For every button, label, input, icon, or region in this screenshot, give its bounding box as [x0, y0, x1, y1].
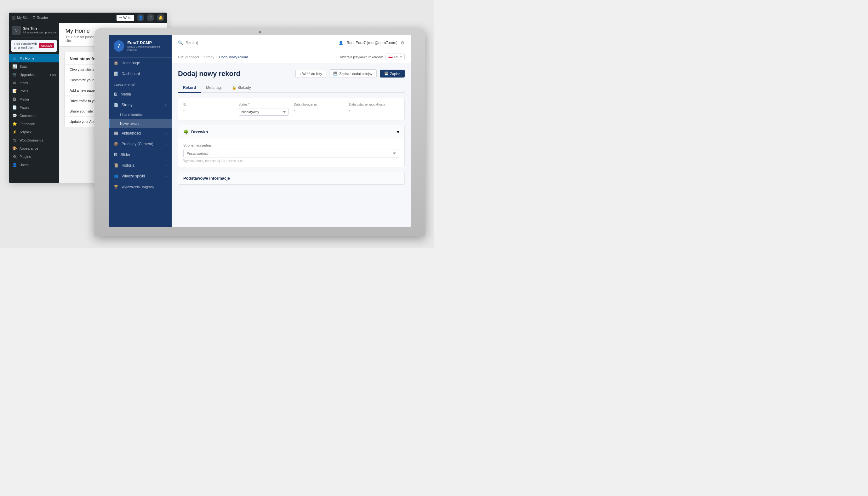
cms-nav-aktualnosci[interactable]: 📰 Aktualności ›: [109, 128, 172, 139]
wp-nav-appearance-label: Appearance: [19, 146, 38, 150]
cms-parent-select[interactable]: Pusta wartość: [183, 149, 399, 158]
laptop-camera: [259, 31, 261, 33]
wp-logo-icon: ⬛: [11, 16, 16, 20]
cms-nav-dashboard[interactable]: 📊 Dashboard: [109, 68, 172, 79]
cms-flag-icon: 🇵🇱: [388, 55, 393, 59]
cms-nav-homepage[interactable]: 🏠 Homepage: [109, 58, 172, 68]
cms-breadcrumb-current: Dodaj nowy rekord: [219, 55, 248, 59]
cms-save-button[interactable]: 💾 Zapisz: [380, 69, 405, 78]
wp-site-url: lukaszwolek.wordpress.com: [23, 31, 58, 34]
wp-nav-pages[interactable]: 📄 Pages: [9, 103, 59, 111]
laptop-wrapper: 7 Eura7 DCMP Data & Content Management P…: [95, 0, 425, 248]
wp-site-avatar: S: [12, 26, 21, 35]
cms-tab-blokady[interactable]: 🔒 Blokady: [227, 83, 256, 93]
cms-basic-header[interactable]: Podstawowe informacje: [178, 172, 404, 185]
wp-nav-my-home-label: My Home: [19, 57, 34, 60]
cms-id-field: ID -: [183, 103, 234, 115]
cms-historia-icon: 📜: [114, 163, 118, 168]
laptop-screen: 7 Eura7 DCMP Data & Content Management P…: [109, 35, 411, 227]
cms-tab-rekord[interactable]: Rekord: [178, 83, 201, 93]
cms-back-button[interactable]: ‹ Wróć do listy: [295, 69, 326, 78]
cms-nav-media[interactable]: 🖼 Media: [109, 89, 172, 99]
wp-nav-comments-label: Comments: [19, 114, 36, 118]
wp-nav-feedback-label: Feedback: [19, 122, 35, 126]
cms-logo-subtitle: Data & Content Management Platform: [127, 45, 166, 52]
cms-breadcrumb-bar: CMSmanager › Strony › Dodaj nowy rekord …: [172, 51, 411, 63]
cms-tree-header[interactable]: 🌳 Drzewko ▾: [178, 125, 404, 139]
cms-media-label: Media: [120, 92, 131, 96]
wp-site-info: S Site Title lukaszwolek.wordpress.com: [9, 23, 59, 37]
cms-tab-meta[interactable]: Meta tagi: [201, 83, 226, 93]
wp-nav-plugins[interactable]: 🔌 Plugins: [9, 153, 59, 161]
cms-produkty-icon: 📦: [114, 142, 118, 146]
cms-tree-collapse-icon: ▾: [397, 129, 399, 135]
cms-nav-wladze[interactable]: 👥 Władze spółki ›: [109, 171, 172, 182]
cms-produkty-label: Produkty (Cement): [122, 142, 154, 146]
wp-nav-woocommerce[interactable]: 🛍 WooCommerce: [9, 136, 59, 144]
cms-wladze-arrow: ›: [166, 174, 166, 178]
cms-breadcrumb-strony[interactable]: Strony: [204, 55, 214, 59]
cms-nav-nowy-rekord[interactable]: Nowy rekord: [109, 119, 172, 128]
cms-aktualnosci-label: Aktualności: [122, 131, 141, 136]
cms-settings-icon[interactable]: ⚙: [401, 40, 405, 45]
cms-aktualnosci-arrow: ›: [166, 132, 166, 135]
scene: ⬛ My Site ☰ Reader ✏ Write 👤 ? 🔔: [0, 0, 434, 248]
cms-created-label: Data utworzenia: [294, 103, 344, 106]
wp-nav-appearance[interactable]: 🎨 Appearance: [9, 144, 59, 153]
wp-reader-item[interactable]: ☰ Reader: [32, 16, 48, 20]
cms-wyróznienia-arrow: ›: [166, 185, 166, 189]
cms-dashboard-label: Dashboard: [122, 72, 140, 76]
cms-page-title: Dodaj nowy rekord: [178, 69, 240, 78]
cms-slider-icon: 🖼: [114, 153, 117, 157]
cms-breadcrumb: CMSmanager › Strony › Dodaj nowy rekord: [178, 55, 248, 59]
wp-upgrade-button[interactable]: Upgrade: [39, 43, 54, 48]
wp-nav-my-home[interactable]: ⌂ My Home: [9, 54, 59, 62]
cms-logo-name: Eura7 DCMP: [127, 40, 166, 45]
cms-basic-section: Podstawowe informacje: [178, 172, 405, 185]
wp-nav-woocommerce-label: WooCommerce: [19, 138, 44, 142]
cms-save-next-button[interactable]: 💾 Zapisz i dodaj kolejny: [329, 69, 376, 78]
cms-parent-label: Strona nadrzędna: [183, 143, 399, 147]
wp-nav-stats-label: Stats: [19, 65, 27, 68]
wp-nav-posts[interactable]: 📝 Posts: [9, 87, 59, 95]
cms-language-selector[interactable]: Vwersja językowa rekordów: 🇵🇱 PL ▾: [340, 53, 405, 60]
wp-woocommerce-icon: 🛍: [12, 138, 17, 142]
cms-modified-field: Data ostatniej modyfikacji -: [349, 103, 400, 115]
wp-appearance-icon: 🎨: [12, 146, 17, 151]
wp-plugins-icon: 🔌: [12, 154, 17, 159]
cms-historia-label: Historia: [122, 163, 134, 168]
cms-aktualnosci-icon: 📰: [114, 131, 118, 136]
wp-nav-users[interactable]: 👤 Users: [9, 161, 59, 169]
cms-nav-lista-rekordow[interactable]: Lista rekordów: [109, 110, 172, 119]
wp-nav-media[interactable]: 🖼 Media: [9, 95, 59, 103]
cms-nav-historia[interactable]: 📜 Historia ›: [109, 160, 172, 171]
wp-logo-item[interactable]: ⬛ My Site: [11, 16, 29, 20]
cms-tree-section: 🌳 Drzewko ▾ Strona nadrzędna Pusta warto…: [178, 125, 405, 167]
wp-nav-stats[interactable]: 📊 Stats: [9, 62, 59, 71]
cms-nav-strony[interactable]: 📄 Strony ▾: [109, 99, 172, 110]
wp-sidebar: S Site Title lukaszwolek.wordpress.com F…: [9, 23, 59, 183]
cms-nav-slider[interactable]: 🖼 Slider ›: [109, 149, 172, 160]
wp-nav-jetpack[interactable]: ⚡ Jetpack: [9, 128, 59, 136]
cms-back-icon: ‹: [300, 72, 301, 76]
cms-produkty-arrow: ›: [166, 142, 166, 146]
cms-lang-label: Vwersja językowa rekordów:: [340, 55, 384, 59]
cms-nav-wyróznienia[interactable]: 🏆 Wyróżnienia i nagrody ›: [109, 182, 172, 192]
cms-user-icon: 👤: [339, 41, 343, 45]
cms-tree-icon: 🌳: [183, 129, 189, 135]
cms-status-select[interactable]: Nieaktywny Aktywny Wersja robocza: [239, 108, 289, 115]
cms-main: 🔍 Szukaj 👤 Root Eura7 (root@eura7.com) ⚙…: [172, 35, 411, 227]
wp-nav-upgrades[interactable]: 🛒 Upgrades Free: [9, 71, 59, 79]
cms-id-label: ID: [183, 103, 234, 106]
cms-nav-produkty[interactable]: 📦 Produkty (Cement) ›: [109, 139, 172, 149]
wp-nav-comments[interactable]: 💬 Comments: [9, 111, 59, 120]
laptop-frame: 7 Eura7 DCMP Data & Content Management P…: [95, 28, 425, 236]
wp-nav-feedback[interactable]: ⭐ Feedback: [9, 120, 59, 128]
cms-wyróznienia-label: Wyróżnienia i nagrody: [122, 185, 154, 189]
wp-nav-inbox[interactable]: ✉ Inbox: [9, 79, 59, 87]
wp-jetpack-icon: ⚡: [12, 130, 17, 134]
cms-created-field: Data utworzenia -: [294, 103, 344, 115]
cms-search-area[interactable]: 🔍 Szukaj: [178, 40, 198, 45]
cms-lang-code: PL: [394, 55, 399, 59]
cms-save-next-icon: 💾: [333, 72, 338, 76]
